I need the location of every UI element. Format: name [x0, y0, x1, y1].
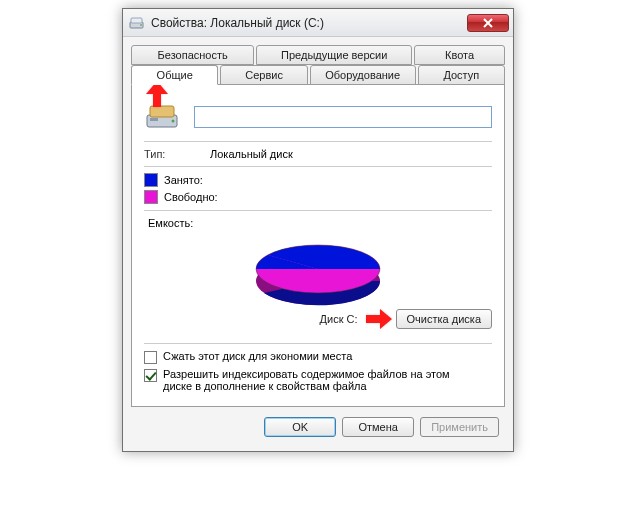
titlebar: Свойства: Локальный диск (C:)	[123, 9, 513, 37]
svg-point-2	[140, 24, 142, 26]
tab-hardware[interactable]: Оборудование	[310, 65, 416, 85]
close-button[interactable]	[467, 14, 509, 32]
apply-button[interactable]: Применить	[420, 417, 499, 437]
tab-row-top: Безопасность Предыдущие версии Квота	[131, 45, 505, 65]
free-label: Свободно:	[164, 191, 218, 203]
tab-tools[interactable]: Сервис	[220, 65, 307, 85]
ok-button[interactable]: OK	[264, 417, 336, 437]
dialog-body: Безопасность Предыдущие версии Квота Общ…	[123, 37, 513, 451]
dialog-footer: OK Отмена Применить	[131, 407, 505, 443]
volume-name-input[interactable]	[194, 106, 492, 128]
tab-panel-general: Тип: Локальный диск Занято: Свободно: Ем…	[131, 84, 505, 407]
svg-point-5	[172, 120, 175, 123]
svg-rect-1	[131, 18, 142, 23]
type-label: Тип:	[144, 148, 210, 160]
used-label: Занято:	[164, 174, 203, 186]
index-checkbox[interactable]	[144, 369, 157, 382]
properties-dialog: Свойства: Локальный диск (C:) Безопаснос…	[122, 8, 514, 452]
svg-rect-6	[150, 118, 158, 121]
close-icon	[483, 18, 493, 28]
used-swatch	[144, 173, 158, 187]
drive-icon	[129, 15, 145, 31]
compress-checkbox[interactable]	[144, 351, 157, 364]
usage-pie-chart	[238, 235, 398, 305]
tab-security[interactable]: Безопасность	[131, 45, 254, 65]
svg-rect-4	[150, 106, 174, 117]
window-title: Свойства: Локальный диск (C:)	[151, 16, 467, 30]
compress-label: Сжать этот диск для экономии места	[163, 350, 352, 362]
type-value: Локальный диск	[210, 148, 293, 160]
index-label: Разрешить индексировать содержимое файло…	[163, 368, 463, 392]
tab-general[interactable]: Общие	[131, 65, 218, 85]
disk-label: Диск C:	[320, 313, 358, 325]
capacity-label: Емкость:	[148, 217, 492, 229]
tab-previous-versions[interactable]: Предыдущие версии	[256, 45, 412, 65]
cancel-button[interactable]: Отмена	[342, 417, 414, 437]
drive-large-icon	[144, 101, 184, 133]
free-swatch	[144, 190, 158, 204]
tab-sharing[interactable]: Доступ	[418, 65, 505, 85]
disk-cleanup-button[interactable]: Очистка диска	[396, 309, 492, 329]
tab-row-bottom: Общие Сервис Оборудование Доступ	[131, 65, 505, 85]
tab-quota[interactable]: Квота	[414, 45, 505, 65]
